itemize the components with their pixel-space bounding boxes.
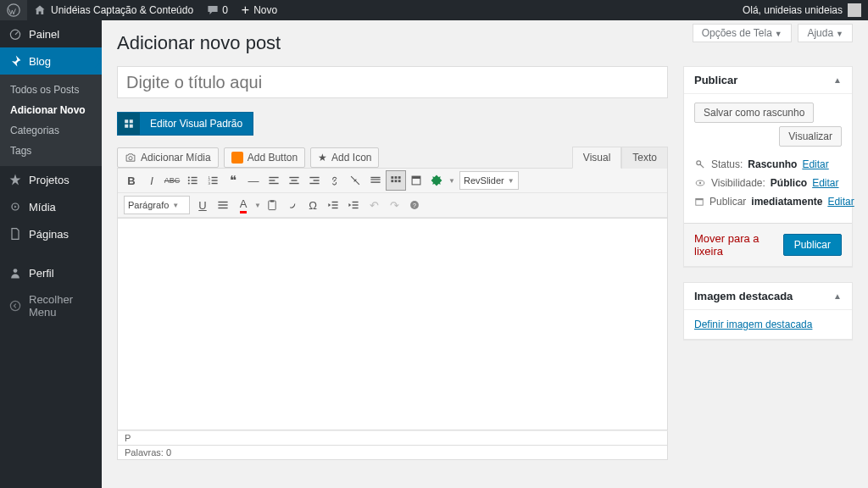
vc-logo-icon (118, 113, 140, 135)
add-button-button[interactable]: Add Button (224, 147, 305, 168)
schedule-row: Publicar imediatamente Editar (694, 196, 842, 208)
sidebar-collapse[interactable]: Recolher Menu (0, 286, 102, 325)
text-color-button[interactable]: A (233, 195, 253, 215)
comments-link[interactable]: 0 (200, 0, 235, 20)
revslider-select[interactable]: RevSlider▼ (459, 171, 519, 190)
blockquote-button[interactable]: ❝ (223, 170, 243, 191)
sidebar-item-projects[interactable]: Projetos (0, 166, 102, 193)
sidebar-sub-tags[interactable]: Tags (0, 141, 102, 161)
unlink-button[interactable] (345, 170, 365, 191)
sidebar-item-dashboard[interactable]: Painel (0, 20, 102, 47)
svg-point-4 (10, 301, 19, 310)
editor-column: Editor Visual Padrão Adicionar Mídia Add… (117, 66, 668, 488)
sidebar-item-blog[interactable]: Blog (0, 47, 102, 75)
bullet-list-button[interactable] (182, 170, 203, 191)
avatar (848, 3, 861, 17)
dashboard-icon (8, 27, 22, 41)
link-button[interactable] (325, 170, 345, 191)
page-icon (8, 227, 22, 241)
preview-button[interactable]: Visualizar (779, 126, 842, 147)
sidebar-item-pages[interactable]: Páginas (0, 220, 102, 247)
media-buttons-row: Adicionar Mídia Add Button ★ Add Icon Vi… (117, 147, 668, 168)
svg-rect-39 (218, 202, 227, 202)
number-list-button[interactable]: 123 (203, 170, 223, 191)
format-select[interactable]: Parágrafo▼ (124, 196, 190, 214)
add-media-button[interactable]: Adicionar Mídia (117, 147, 219, 168)
sidebar-item-profile[interactable]: Perfil (0, 259, 102, 286)
svg-rect-27 (370, 177, 380, 178)
italic-button[interactable]: I (142, 170, 162, 191)
fullscreen-button[interactable] (406, 170, 426, 191)
featured-image-metabox: Imagem destacada ▲ Definir imagem destac… (683, 282, 853, 340)
align-right-button[interactable] (304, 170, 325, 191)
eye-icon (694, 178, 706, 188)
tab-text[interactable]: Texto (621, 147, 668, 169)
edit-visibility-link[interactable]: Editar (812, 177, 838, 189)
toolbar-toggle-button[interactable] (386, 170, 406, 191)
toggle-publish-icon[interactable]: ▲ (833, 75, 842, 85)
move-to-trash-link[interactable]: Mover para a lixeira (694, 232, 783, 258)
more-button[interactable] (365, 170, 386, 191)
svg-point-6 (188, 176, 190, 178)
grammarly-button[interactable] (426, 170, 447, 191)
svg-rect-33 (398, 176, 401, 179)
svg-rect-18 (269, 177, 278, 178)
save-draft-button[interactable]: Salvar como rascunho (694, 103, 814, 123)
add-icon-button[interactable]: ★ Add Icon (310, 147, 379, 168)
edit-schedule-link[interactable]: Editar (827, 196, 854, 208)
help-button[interactable]: Ajuda▼ (798, 24, 853, 42)
editor-textarea[interactable] (117, 219, 668, 430)
screen-options-button[interactable]: Opções de Tela▼ (693, 24, 792, 42)
align-center-button[interactable] (284, 170, 304, 191)
key-icon (694, 159, 706, 169)
featured-heading: Imagem destacada (694, 290, 793, 302)
help-icon-button[interactable]: ? (404, 195, 425, 215)
sidebar-item-media[interactable]: Mídia (0, 193, 102, 220)
status-row: Status: Rascunho Editar (694, 158, 842, 170)
bold-button[interactable]: B (121, 170, 142, 191)
edit-status-link[interactable]: Editar (802, 158, 828, 170)
new-link[interactable]: + Novo (235, 0, 284, 20)
admin-sidebar: Painel Blog Todos os Posts Adicionar Nov… (0, 20, 102, 488)
text-color-caret[interactable]: ▼ (253, 195, 262, 215)
user-greeting[interactable]: Olá, unideias unideias (736, 0, 868, 20)
indent-button[interactable] (343, 195, 364, 215)
site-link[interactable]: Unidéias Captação & Conteúdo (27, 0, 200, 20)
align-left-button[interactable] (264, 170, 284, 191)
svg-rect-26 (309, 183, 319, 184)
set-featured-image-link[interactable]: Definir imagem destacada (694, 319, 812, 330)
user-icon (8, 266, 22, 280)
underline-button[interactable]: U (192, 195, 213, 215)
clear-format-button[interactable] (282, 195, 303, 215)
vc-editor-switch-button[interactable]: Editor Visual Padrão (117, 112, 253, 136)
redo-button[interactable]: ↷ (384, 195, 404, 215)
toggle-featured-icon[interactable]: ▲ (833, 291, 842, 301)
star-icon: ★ (318, 152, 327, 164)
undo-button[interactable]: ↶ (364, 195, 384, 215)
strike-button[interactable]: ABC (162, 170, 182, 191)
comment-icon (207, 4, 219, 16)
outdent-button[interactable] (323, 195, 343, 215)
sidebar-sub-categories[interactable]: Categorias (0, 120, 102, 141)
home-icon (34, 4, 46, 16)
special-char-button[interactable]: Ω (303, 195, 323, 215)
screen-meta: Opções de Tela▼ Ajuda▼ (689, 24, 853, 42)
sidebar-sub-add-new[interactable]: Adicionar Novo (0, 100, 102, 120)
hr-button[interactable]: — (243, 170, 264, 191)
svg-rect-40 (218, 204, 227, 205)
wp-logo[interactable] (0, 0, 27, 20)
publish-metabox: Publicar ▲ Salvar como rascunho Visualiz… (683, 66, 853, 267)
post-title-input[interactable] (117, 66, 668, 98)
sidebar-sub-all-posts[interactable]: Todos os Posts (0, 80, 102, 100)
grammarly-caret[interactable]: ▼ (447, 170, 457, 191)
camera-icon (125, 152, 136, 164)
calendar-icon (694, 197, 704, 207)
star-icon (8, 173, 22, 186)
svg-rect-15 (212, 180, 218, 180)
svg-rect-34 (391, 180, 393, 182)
justify-button[interactable] (213, 195, 233, 215)
publish-button[interactable]: Publicar (783, 234, 842, 256)
paste-text-button[interactable] (262, 195, 282, 215)
tab-visual[interactable]: Visual (572, 147, 621, 169)
main-content: Opções de Tela▼ Ajuda▼ Adicionar novo po… (102, 20, 868, 488)
